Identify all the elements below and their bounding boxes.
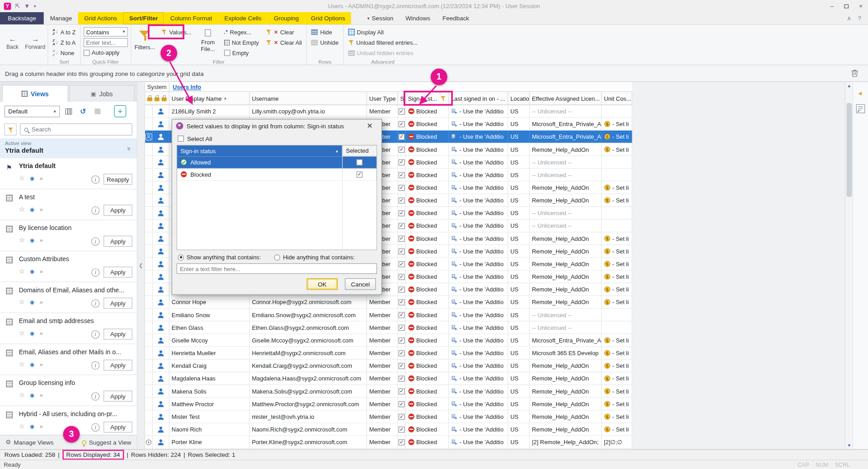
unit-cost-cell[interactable]: - Set li [602,118,632,130]
favorite-star-icon[interactable]: ☆ [19,391,25,399]
minimize-button[interactable]: – [825,0,840,12]
view-selector[interactable]: Default ▾ [5,105,60,117]
enabled-checkbox-cell[interactable]: ✓ [398,436,406,448]
enabled-checkbox-cell[interactable]: ✓ [398,283,406,295]
unit-cost-cell[interactable] [602,169,632,181]
username-cell[interactable]: Connor.Hope@sygx2.onmicrosoft.com [250,296,367,308]
enabled-checkbox-cell[interactable]: ✓ [398,245,406,257]
unit-cost-cell[interactable] [602,321,632,333]
display-all-button[interactable]: Display All [346,27,420,37]
effective-license-cell[interactable]: Remote_Help_AddOn [530,296,602,308]
table-row[interactable]: Connor HopeConnor.Hope@sygx2.onmicrosoft… [145,296,632,309]
username-cell[interactable]: Emiliano.Snow@sygx2.onmicrosoft.com [250,309,367,321]
tab-feedback[interactable]: Feedback [436,12,475,24]
view-list-item-by-license-location[interactable]: By license location☆◉»iApply [0,220,137,251]
user-type-cell[interactable]: Member [367,436,398,448]
enabled-checkbox-cell[interactable]: ✓ [398,411,406,423]
checked-checkbox[interactable]: ✓ [399,121,405,127]
column-header-last-signed-in[interactable]: Last signed in on - ... [449,92,508,104]
checked-checkbox[interactable]: ✓ [399,439,405,445]
unit-cost-cell[interactable]: - Set li [602,334,632,347]
username-cell[interactable]: Magdalena.Haas@sygx2.onmicrosoft.com [250,372,367,385]
back-button[interactable]: ← Back [3,27,22,57]
checked-checkbox[interactable]: ✓ [399,248,405,254]
column-header-location[interactable]: Locatio... [508,92,530,104]
location-cell[interactable]: US [508,385,530,397]
checked-checkbox[interactable]: ✓ [399,184,405,190]
checked-checkbox[interactable]: ✓ [399,401,405,407]
location-cell[interactable]: US [508,309,530,321]
username-cell[interactable]: Makena.Solis@sygx2.onmicrosoft.com [250,385,367,397]
last-signed-in-cell[interactable]: - Use the 'Additio [449,334,508,347]
checked-checkbox[interactable]: ✓ [399,108,405,114]
unit-cost-cell[interactable]: - Set li [602,385,632,397]
sign-in-status-cell[interactable]: Blocked [406,105,449,117]
selected-cell[interactable]: ✓ [342,169,377,180]
table-row[interactable]: Matthew ProctorMatthew.Proctor@sygx2.onm… [145,398,632,410]
sign-in-status-cell[interactable]: Blocked [406,360,449,372]
unit-cost-cell[interactable]: - Set li [602,296,632,308]
table-row[interactable]: Porter KlinePorter.Kline@sygx2.onmicroso… [145,436,632,449]
location-cell[interactable]: US [508,131,530,143]
effective-license-cell[interactable]: -- Unlicensed -- [530,207,602,219]
close-button[interactable]: × [854,0,868,12]
sign-in-status-cell[interactable]: Blocked [406,156,449,168]
column-header-sign-in-status[interactable]: Sign-in st... [406,92,449,104]
user-display-name-cell[interactable]: Giselle Mccoy [170,334,250,347]
more-options-icon[interactable]: » [40,237,43,244]
reapply-view-button[interactable]: Reapply [104,174,132,184]
effective-license-cell[interactable]: Remote_Help_AddOn [530,143,602,155]
unhide-rows-button[interactable]: Unhide [310,38,340,47]
unit-cost-cell[interactable]: - Set li [602,398,632,410]
more-options-icon[interactable]: » [40,268,43,275]
username-cell[interactable]: Kendall.Craig@sygx2.onmicrosoft.com [250,360,367,372]
unit-cost-cell[interactable]: - Set li [602,423,632,436]
help-icon[interactable]: ? [858,15,862,22]
collapse-ribbon-icon[interactable]: ∧ [847,14,851,22]
add-view-button[interactable]: + [114,105,126,117]
dialog-close-button[interactable]: ✕ [362,121,377,131]
unit-cost-cell[interactable]: - Set li [602,245,632,257]
scrollbar-thumb[interactable] [846,103,852,197]
filter-shortcut-icon[interactable]: ▼ [24,3,30,9]
search-input[interactable] [32,126,128,133]
sign-in-status-cell[interactable]: Blocked [406,436,449,448]
unit-cost-cell[interactable]: - Set li [602,271,632,283]
expand-panel-arrow-icon[interactable]: ◄ [857,89,863,96]
table-row[interactable]: Magdalena HaasMagdalena.Haas@sygx2.onmic… [145,372,632,385]
checked-checkbox[interactable]: ✓ [399,261,405,267]
info-icon[interactable]: i [91,330,99,338]
checked-checkbox[interactable]: ✓ [399,274,405,280]
enabled-checkbox-cell[interactable]: ✓ [398,220,406,232]
enabled-checkbox-cell[interactable]: ✓ [398,105,406,117]
location-cell[interactable]: US [508,169,530,181]
location-cell[interactable]: US [508,360,530,372]
info-icon[interactable]: i [91,361,99,369]
checked-checkbox[interactable]: ✓ [399,235,405,241]
checked-checkbox[interactable]: ✓ [399,197,405,203]
enabled-checkbox-cell[interactable]: ✓ [398,334,406,347]
table-row[interactable]: Ethen GlassEthen.Glass@sygx2.onmicrosoft… [145,321,632,334]
apply-view-button[interactable]: Apply [104,267,132,277]
last-signed-in-cell[interactable]: - Use the 'Additio [449,372,508,385]
checked-checkbox[interactable]: ✓ [399,210,405,216]
column-header-user-display-name[interactable]: User Display Name▲ [170,92,250,104]
sign-in-status-cell[interactable]: Blocked [406,118,449,130]
effective-license-cell[interactable]: Remote_Help_AddOn [530,423,602,436]
tab-grouping[interactable]: Grouping [268,12,305,24]
enabled-checkbox-cell[interactable]: ✓ [398,131,406,143]
enabled-checkbox-cell[interactable]: ✓ [398,182,406,194]
checked-checkbox[interactable]: ✓ [399,337,405,343]
last-signed-in-cell[interactable]: - Use the 'Additio [449,194,508,206]
effective-license-cell[interactable]: -- Unlicensed -- [530,321,602,333]
group-header-users-info[interactable]: Users Info [170,82,632,91]
effective-license-cell[interactable]: [2] Remote_Help_AddOn; [530,436,602,448]
effective-license-cell[interactable]: -- Unlicensed -- [530,220,602,232]
username-cell[interactable]: Porter.Kline@sygx2.onmicrosoft.com [250,436,367,448]
sign-in-status-cell[interactable]: Blocked [406,258,449,270]
user-display-name-cell[interactable]: Connor Hope [170,296,250,308]
apply-view-button[interactable]: Apply [104,422,132,432]
location-cell[interactable]: US [508,220,530,232]
enabled-checkbox-cell[interactable]: ✓ [398,385,406,397]
user-display-name-cell[interactable]: Mister Test [170,411,250,423]
